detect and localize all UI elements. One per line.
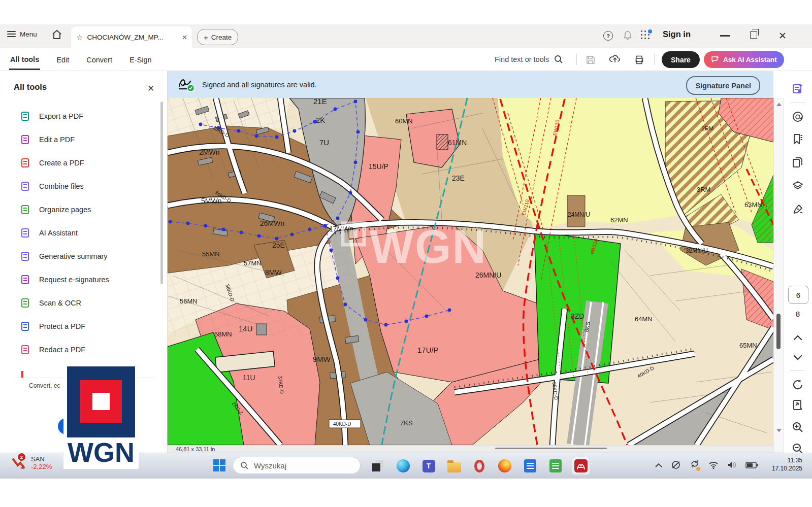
acrobat-button[interactable] <box>572 457 590 475</box>
hamburger-icon <box>7 29 16 39</box>
notifications-button[interactable] <box>623 30 633 43</box>
svg-text:WGN: WGN <box>370 221 487 273</box>
teams-button[interactable]: T <box>419 457 438 475</box>
tools-item-request-e-signatures[interactable]: Request e-signatures <box>0 268 160 291</box>
wifi-icon[interactable] <box>708 461 719 469</box>
presence-off-icon[interactable] <box>671 460 681 469</box>
minimize-button[interactable] <box>720 35 730 37</box>
restore-button[interactable] <box>750 31 757 39</box>
tools-item-protect-a-pdf[interactable]: Protect a PDF <box>0 315 160 338</box>
tool-label: Protect a PDF <box>39 322 85 330</box>
page-number-input[interactable]: 6 <box>788 286 808 304</box>
upload-button[interactable] <box>609 54 621 65</box>
home-button[interactable] <box>51 28 63 43</box>
comments-button[interactable] <box>788 107 808 127</box>
tab-convert[interactable]: Convert <box>85 50 113 69</box>
next-page-button[interactable] <box>788 348 808 368</box>
map-label: 2K <box>316 116 325 124</box>
tools-item-partial[interactable] <box>21 371 30 378</box>
panel-close-icon[interactable]: ✕ <box>147 83 154 94</box>
bookmark-icon <box>792 133 804 145</box>
taskbar-search[interactable]: Wyszukaj <box>233 457 361 474</box>
horizontal-scrollbar[interactable] <box>495 448 607 449</box>
tools-item-combine-files[interactable]: Combine files <box>0 175 160 198</box>
fit-page-button[interactable] <box>788 395 808 415</box>
zoning-map-page[interactable]: 21E2K7U60MN61MN15U/P23E2MWn5MWn26MWn17MW… <box>168 98 773 445</box>
boundary-node <box>204 224 208 228</box>
opera-button[interactable] <box>470 457 489 475</box>
save-button[interactable] <box>585 54 596 65</box>
tools-item-export-a-pdf[interactable]: Export a PDF <box>0 105 160 128</box>
stock-symbol: SAN <box>31 455 52 463</box>
tools-item-scan-ocr[interactable]: Scan & OCR <box>0 291 160 315</box>
create-tab-button[interactable]: + Create <box>197 29 238 45</box>
vertical-scrollbar[interactable] <box>773 98 784 453</box>
firefox-button[interactable] <box>496 457 514 475</box>
bookmarks-button[interactable] <box>788 129 808 149</box>
fountain-pen-icon <box>792 203 804 215</box>
map-label: 3ZD <box>571 312 584 320</box>
tools-item-edit-a-pdf[interactable]: Edit a PDF <box>0 128 160 151</box>
boundary-node <box>199 123 203 126</box>
document-tab[interactable]: ☆ CHOCIANÓW_ZM_MP... × <box>71 26 192 48</box>
rotate-button[interactable] <box>788 375 808 395</box>
signature-bar: Signed and all signatures are valid. Sig… <box>168 71 773 98</box>
share-button[interactable]: Share <box>662 51 700 68</box>
map-label: 8MW <box>265 268 282 277</box>
menu-button[interactable]: Menu <box>7 29 37 39</box>
previous-page-button[interactable] <box>788 327 808 348</box>
tab-close-icon[interactable]: × <box>182 33 187 42</box>
signature-panel-button[interactable]: Signature Panel <box>686 76 760 95</box>
tool-icon <box>21 112 29 121</box>
sign-in-button[interactable]: Sign in <box>663 29 691 39</box>
tool-label: Scan & OCR <box>39 299 81 307</box>
hidden-icons-chevron[interactable] <box>655 463 662 467</box>
sync-tray-button[interactable] <box>690 459 700 470</box>
find-text-button[interactable]: Find text or tools <box>495 54 577 65</box>
layers-button[interactable] <box>788 176 808 196</box>
pages-button[interactable] <box>788 152 808 173</box>
start-button[interactable] <box>213 459 226 472</box>
edge-icon <box>397 459 410 472</box>
help-button[interactable]: ? <box>603 31 613 41</box>
tool-icon <box>21 205 29 214</box>
map-label: 64MN <box>635 315 653 323</box>
tools-item-redact-a-pdf[interactable]: Redact a PDF <box>0 338 160 361</box>
calc-button[interactable] <box>546 457 565 475</box>
create-label: Create <box>211 33 232 41</box>
signature-status-text: Signed and all signatures are valid. <box>202 81 317 89</box>
stock-widget[interactable]: 2 SAN -2,22% <box>11 455 52 471</box>
star-icon[interactable]: ☆ <box>76 33 83 42</box>
writer-button[interactable] <box>521 457 539 475</box>
map-label: 25E <box>272 241 285 249</box>
map-label: 32MN/U <box>686 247 708 254</box>
tab-esign[interactable]: E-Sign <box>128 50 153 69</box>
share-label: Share <box>671 56 691 64</box>
zoom-in-button[interactable] <box>788 417 808 437</box>
scroll-down-arrow[interactable] <box>776 429 782 432</box>
taskbar-clock[interactable]: 11:35 17.10.2025 <box>746 456 802 472</box>
ask-ai-assistant-button[interactable]: Ask AI Assistant <box>704 51 784 68</box>
print-button[interactable] <box>634 54 645 65</box>
panel-scrollbar[interactable] <box>160 102 163 284</box>
wgn-logo: WGN <box>63 364 139 469</box>
generative-summary-button[interactable] <box>788 79 808 99</box>
map-label: 58MN <box>214 330 232 338</box>
apps-grid-button[interactable] <box>641 30 651 41</box>
tools-item-organize-pages[interactable]: Organize pages <box>0 198 160 221</box>
tools-item-create-a-pdf[interactable]: Create a PDF <box>0 151 160 175</box>
tool-icon <box>21 158 29 167</box>
edge-button[interactable] <box>394 457 412 475</box>
tools-item-generative-summary[interactable]: Generative summary <box>0 245 160 268</box>
tab-edit[interactable]: Edit <box>55 50 70 69</box>
scroll-up-arrow[interactable] <box>776 103 782 106</box>
speaker-icon[interactable] <box>727 461 737 469</box>
tools-item-ai-assistant[interactable]: AI Assistant <box>0 221 160 245</box>
tab-all-tools[interactable]: All tools <box>9 49 40 70</box>
close-button[interactable]: ✕ <box>778 30 787 42</box>
file-explorer-button[interactable] <box>445 457 463 475</box>
task-view-button[interactable] <box>369 457 387 475</box>
find-label: Find text or tools <box>495 55 549 63</box>
sign-button[interactable] <box>788 199 808 219</box>
scrollbar-thumb[interactable] <box>776 314 781 349</box>
